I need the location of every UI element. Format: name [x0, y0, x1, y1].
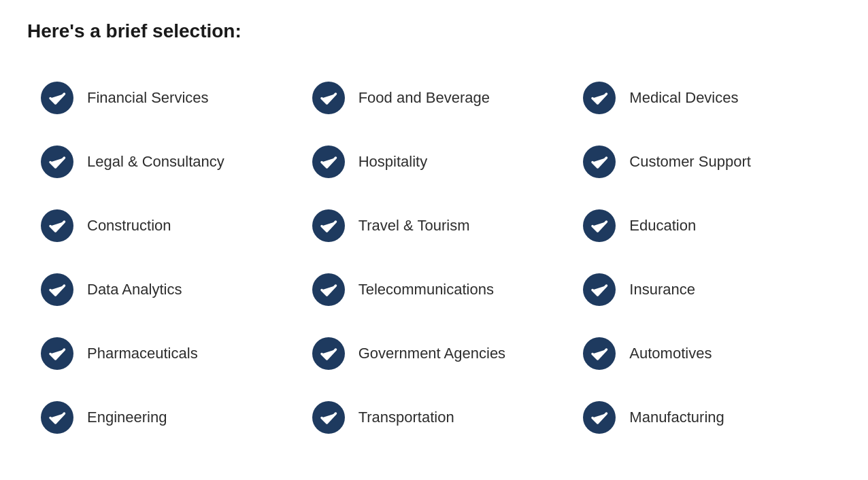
item-label-medical-devices: Medical Devices: [629, 89, 738, 107]
item-label-automotives: Automotives: [629, 345, 712, 362]
grid-item-transportation: Transportation: [299, 389, 570, 446]
item-label-insurance: Insurance: [629, 281, 695, 298]
check-icon-financial-services: [41, 82, 73, 114]
check-icon-customer-support: [583, 145, 616, 178]
check-icon-food-and-beverage: [312, 82, 345, 114]
check-icon-hospitality: [312, 145, 345, 178]
item-label-education: Education: [629, 217, 696, 235]
check-icon-engineering: [41, 401, 73, 434]
grid-item-engineering: Engineering: [27, 389, 299, 446]
item-label-telecommunications: Telecommunications: [358, 281, 494, 298]
grid-item-education: Education: [569, 197, 841, 254]
grid-item-automotives: Automotives: [569, 325, 841, 382]
grid-item-pharmaceuticals: Pharmaceuticals: [27, 325, 299, 382]
check-icon-travel-tourism: [312, 209, 345, 242]
grid-item-customer-support: Customer Support: [569, 133, 841, 190]
item-label-construction: Construction: [87, 217, 171, 235]
item-label-data-analytics: Data Analytics: [87, 281, 182, 298]
item-label-transportation: Transportation: [358, 409, 454, 426]
item-label-hospitality: Hospitality: [358, 153, 427, 171]
item-label-government-agencies: Government Agencies: [358, 345, 505, 362]
grid-item-telecommunications: Telecommunications: [299, 261, 570, 318]
grid-item-financial-services: Financial Services: [27, 69, 299, 126]
grid-item-construction: Construction: [27, 197, 299, 254]
item-label-financial-services: Financial Services: [87, 89, 209, 107]
item-label-pharmaceuticals: Pharmaceuticals: [87, 345, 198, 362]
check-icon-government-agencies: [312, 337, 345, 370]
check-icon-transportation: [312, 401, 345, 434]
grid-item-government-agencies: Government Agencies: [299, 325, 570, 382]
check-icon-data-analytics: [41, 273, 73, 306]
item-label-engineering: Engineering: [87, 409, 167, 426]
page-heading: Here's a brief selection:: [27, 20, 841, 42]
check-icon-education: [583, 209, 616, 242]
industry-grid: Financial Services Food and Beverage Med…: [27, 69, 841, 446]
check-icon-construction: [41, 209, 73, 242]
check-icon-automotives: [583, 337, 616, 370]
grid-item-food-and-beverage: Food and Beverage: [299, 69, 570, 126]
item-label-manufacturing: Manufacturing: [629, 409, 724, 426]
grid-item-medical-devices: Medical Devices: [569, 69, 841, 126]
grid-item-insurance: Insurance: [569, 261, 841, 318]
grid-item-manufacturing: Manufacturing: [569, 389, 841, 446]
check-icon-manufacturing: [583, 401, 616, 434]
check-icon-insurance: [583, 273, 616, 306]
check-icon-legal-consultancy: [41, 145, 73, 178]
grid-item-hospitality: Hospitality: [299, 133, 570, 190]
grid-item-data-analytics: Data Analytics: [27, 261, 299, 318]
grid-item-legal-consultancy: Legal & Consultancy: [27, 133, 299, 190]
check-icon-pharmaceuticals: [41, 337, 73, 370]
check-icon-medical-devices: [583, 82, 616, 114]
item-label-legal-consultancy: Legal & Consultancy: [87, 153, 224, 171]
check-icon-telecommunications: [312, 273, 345, 306]
item-label-food-and-beverage: Food and Beverage: [358, 89, 490, 107]
grid-item-travel-tourism: Travel & Tourism: [299, 197, 570, 254]
item-label-travel-tourism: Travel & Tourism: [358, 217, 470, 235]
item-label-customer-support: Customer Support: [629, 153, 751, 171]
